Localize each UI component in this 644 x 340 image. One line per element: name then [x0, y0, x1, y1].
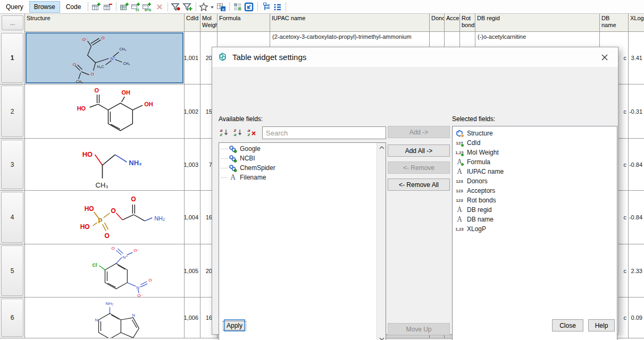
- list-item[interactable]: 1,23 XLogP: [453, 224, 617, 234]
- structure-cell[interactable]: NH₂ N N N N: [25, 298, 185, 338]
- add-row-icon[interactable]: [90, 1, 102, 13]
- cdid-cell[interactable]: 1,002: [185, 84, 200, 138]
- dialog-titlebar[interactable]: Table widget settings: [212, 47, 618, 67]
- header-db-name-border: [600, 14, 629, 32]
- svg-text:H₃C: H₃C: [97, 64, 104, 68]
- list-item[interactable]: 1,23 Mol Weight: [453, 148, 617, 157]
- delete-view-icon[interactable]: [154, 1, 165, 13]
- scroll-down-icon[interactable]: [377, 334, 386, 340]
- list-item[interactable]: Google: [219, 144, 377, 154]
- list-item[interactable]: A Formula: [453, 157, 617, 167]
- header-iupac-name[interactable]: IUPAC name: [270, 14, 430, 32]
- svg-text:N⁺: N⁺: [122, 255, 128, 260]
- favorites-dropdown-icon[interactable]: [198, 1, 215, 13]
- svg-text:N⁺: N⁺: [136, 285, 141, 290]
- new-grid-view-icon[interactable]: [119, 1, 130, 13]
- list-view-icon[interactable]: [272, 1, 283, 13]
- list-item[interactable]: ChemSpider: [219, 163, 377, 173]
- structure-cell[interactable]: Cl N⁺ O O⁻ N⁺ O O⁻: [25, 244, 185, 297]
- sort-hierarchy-icon[interactable]: [260, 1, 272, 13]
- new-grid-ab-view-icon[interactable]: a+b: [142, 1, 154, 13]
- xlogp-cell[interactable]: -0.31: [629, 84, 644, 138]
- row-number[interactable]: 2: [1, 86, 23, 137]
- available-fields-list[interactable]: Google NCBI ChemSpider A Filename: [219, 142, 386, 340]
- row-number[interactable]: 4: [1, 192, 23, 243]
- xlogp-cell[interactable]: 3.41: [629, 32, 644, 84]
- row-number[interactable]: 1: [1, 33, 23, 83]
- list-item[interactable]: A DB regid: [453, 205, 617, 215]
- select-all-button[interactable]: ...: [2, 15, 23, 30]
- remove-all-button[interactable]: <- Remove All: [388, 178, 450, 191]
- cdid-cell[interactable]: 1,004: [185, 191, 200, 244]
- table-widget-settings-dialog: Table widget settings Available fields: …: [212, 47, 618, 335]
- header-db-regid[interactable]: DB regid: [475, 14, 600, 32]
- header-formula[interactable]: Formula: [218, 14, 270, 32]
- vertical-scrollbar[interactable]: [377, 143, 386, 340]
- sort-clear-icon[interactable]: az: [246, 127, 258, 138]
- tab-query[interactable]: Query: [1, 1, 28, 13]
- header-mol-weight[interactable]: Mol Weight: [200, 14, 218, 32]
- structure-cell[interactable]: HO NH₂ CH₃: [25, 139, 185, 190]
- list-item[interactable]: NCBI: [219, 154, 377, 163]
- filter-active-icon[interactable]: [170, 1, 182, 13]
- close-button[interactable]: Close: [552, 319, 583, 332]
- list-item[interactable]: A Filename: [219, 173, 377, 182]
- svg-text:OH: OH: [144, 101, 153, 107]
- structure-cell[interactable]: HO HO P O O O NH₂: [25, 191, 185, 244]
- decimal-field-icon: 1,23: [455, 225, 464, 233]
- svg-text:O: O: [131, 196, 136, 203]
- header-cdid[interactable]: CdId: [185, 14, 200, 32]
- row-number[interactable]: 5: [1, 245, 23, 296]
- header-structure[interactable]: Structure: [25, 14, 185, 32]
- structure-cell-selected[interactable]: O⁻ O O O N⁺ CH₃ CH₃ H₃C CH₃: [25, 32, 185, 84]
- widgets-icon[interactable]: [232, 1, 244, 13]
- structure-cell[interactable]: O HO OH OH: [25, 84, 185, 138]
- row-number[interactable]: 6: [1, 299, 23, 337]
- xlogp-cell[interactable]: -0.84: [629, 139, 644, 190]
- sort-za-icon[interactable]: za: [232, 127, 244, 138]
- tab-browse[interactable]: Browse: [29, 1, 60, 13]
- structure-drawing-adenine: NH₂ N N N N: [25, 298, 184, 338]
- row-number[interactable]: 3: [1, 140, 23, 189]
- add-all-button[interactable]: Add All ->: [388, 144, 450, 157]
- apply-button[interactable]: Apply: [224, 319, 245, 332]
- xlogp-cell[interactable]: 2.33: [629, 244, 644, 297]
- cdid-cell[interactable]: 1,005: [185, 244, 200, 297]
- sort-az-icon[interactable]: az: [219, 127, 230, 138]
- header-donors[interactable]: Donors: [430, 14, 445, 32]
- list-item[interactable]: Structure: [453, 129, 617, 138]
- integer-field-icon: 123: [455, 197, 464, 204]
- cdid-cell[interactable]: 1,006: [185, 298, 200, 338]
- list-item[interactable]: 123 Acceptors: [453, 186, 617, 196]
- selected-fields-list[interactable]: Structure 123 CdId 1,23 Mol Weight A For…: [452, 126, 617, 340]
- xlogp-cell[interactable]: -0.84: [629, 191, 644, 244]
- remove-row-icon[interactable]: [102, 1, 114, 13]
- list-item[interactable]: 123 Donors: [453, 176, 617, 186]
- new-grid-ct-view-icon[interactable]: ct: [130, 1, 142, 13]
- search-input[interactable]: [262, 126, 386, 139]
- list-item[interactable]: A IUPAC name: [453, 167, 617, 176]
- toolbar-separator: [286, 2, 286, 11]
- tab-code[interactable]: Code: [61, 1, 86, 13]
- add-filter-icon[interactable]: [182, 1, 194, 13]
- rename-fields-icon[interactable]: a: [215, 1, 227, 13]
- list-item[interactable]: A DB name: [453, 215, 617, 224]
- export-icon[interactable]: [244, 1, 255, 13]
- header-acceptors[interactable]: Acceptors: [445, 14, 460, 32]
- svg-text:HO: HO: [77, 105, 86, 112]
- close-icon[interactable]: [598, 52, 612, 63]
- cdid-cell[interactable]: 1,003: [185, 139, 200, 190]
- available-fields-label: Available fields:: [219, 115, 263, 123]
- list-item[interactable]: 123 CdId: [453, 138, 617, 148]
- help-button[interactable]: Help: [588, 319, 615, 332]
- header-xlogp[interactable]: XLogP: [629, 14, 644, 32]
- svg-text:N: N: [131, 337, 134, 338]
- header-rot-bonds[interactable]: Rot bonds: [460, 14, 475, 32]
- cdid-cell[interactable]: 1,001: [185, 32, 200, 84]
- scroll-up-icon[interactable]: [377, 143, 386, 152]
- svg-text:O⁻: O⁻: [82, 37, 88, 42]
- url-link-icon: [229, 145, 237, 152]
- xlogp-cell[interactable]: 0.09: [629, 298, 644, 338]
- list-item[interactable]: 123 Rot bonds: [453, 196, 617, 205]
- move-up-button: Move Up: [388, 323, 450, 335]
